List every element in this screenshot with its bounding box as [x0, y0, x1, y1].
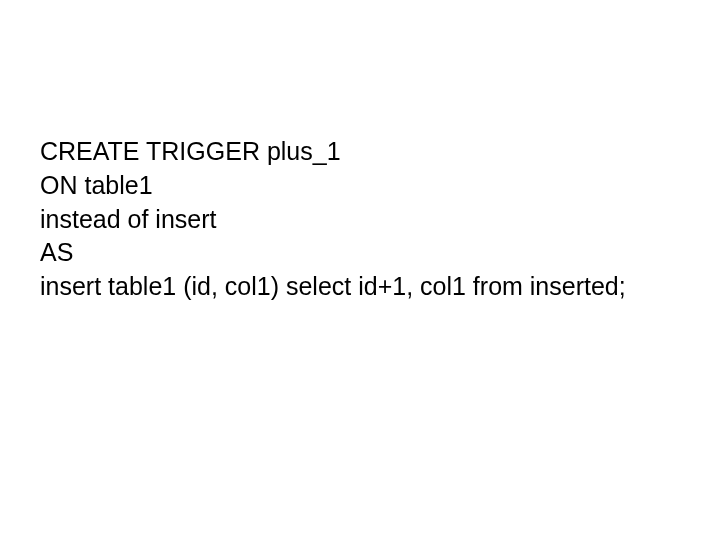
code-line-1: CREATE TRIGGER plus_1 — [40, 135, 680, 169]
code-block: CREATE TRIGGER plus_1 ON table1 instead … — [40, 135, 680, 304]
code-line-3: instead of insert — [40, 203, 680, 237]
code-line-2: ON table1 — [40, 169, 680, 203]
code-line-4: AS — [40, 236, 680, 270]
code-line-5: insert table1 (id, col1) select id+1, co… — [40, 270, 680, 304]
